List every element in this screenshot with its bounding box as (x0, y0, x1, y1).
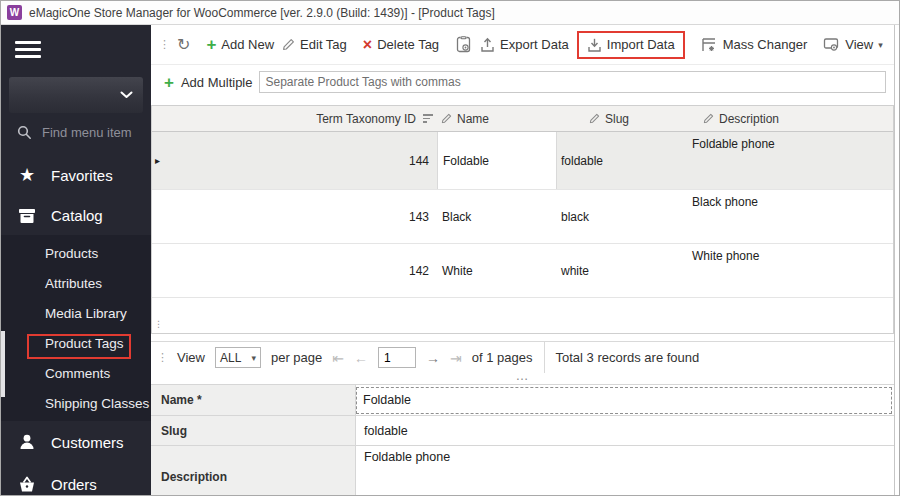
search-icon (17, 125, 32, 140)
cell-term-taxonomy-id[interactable]: 143 (166, 190, 437, 243)
description-field-label: Description (151, 446, 356, 496)
app-logo-icon: W (7, 5, 22, 20)
cell-description[interactable]: Black phone (667, 190, 893, 243)
sidebar-item-label: Catalog (51, 207, 103, 224)
grid-header: Term Taxonomy ID Name Slug (152, 106, 893, 132)
cell-term-taxonomy-id[interactable]: 144 (166, 132, 437, 189)
sidebar-item-orders[interactable]: Orders (1, 463, 151, 496)
refresh-icon: ↻ (177, 37, 190, 53)
sidebar-item-media-library[interactable]: Media Library (1, 298, 151, 328)
basket-icon (17, 476, 37, 493)
add-multiple-row: + Add Multiple (151, 65, 894, 99)
clipboard-eye-icon (455, 36, 472, 53)
panel-splitter-handle[interactable]: … (151, 373, 894, 384)
add-multiple-input[interactable] (259, 71, 886, 93)
prev-page-button[interactable]: ← (354, 351, 368, 365)
row-indicator (152, 244, 166, 297)
detail-row-name: Name * (151, 384, 894, 415)
app-window: W eMagicOne Store Manager for WooCommerc… (0, 0, 900, 496)
column-header-name[interactable]: Name (437, 106, 557, 131)
name-field-input[interactable] (356, 387, 892, 414)
column-header-description[interactable]: Description (667, 106, 893, 131)
sidebar-item-label: Customers (51, 434, 124, 451)
table-row[interactable]: 142 White white White phone (152, 244, 893, 298)
name-field-label: Name * (151, 385, 356, 415)
catalog-submenu: Products Attributes Media Library Produc… (1, 235, 151, 421)
sidebar-item-catalog[interactable]: Catalog (1, 195, 151, 235)
sort-icon (423, 114, 433, 123)
cell-name[interactable]: Foldable (437, 132, 557, 189)
sidebar-item-favorites[interactable]: ★ Favorites (1, 155, 151, 195)
pencil-icon (282, 38, 295, 51)
table-row[interactable]: ▸ 144 Foldable foldable Foldable phone (152, 132, 893, 190)
add-new-button[interactable]: + Add New (206, 36, 274, 53)
next-page-button[interactable]: → (426, 351, 440, 365)
last-page-button[interactable]: ⇥ (450, 351, 462, 365)
annotation-highlight-import-data: Import Data (577, 31, 685, 59)
sidebar-item-customers[interactable]: Customers (1, 421, 151, 463)
slug-field-label: Slug (151, 416, 356, 445)
page-number-input[interactable] (378, 347, 416, 368)
pager-separator (544, 342, 545, 373)
table-row[interactable]: 143 Black black Black phone (152, 190, 893, 244)
export-data-button[interactable]: Export Data (480, 37, 569, 53)
cell-term-taxonomy-id[interactable]: 142 (166, 244, 437, 297)
refresh-button[interactable]: ↻ (177, 37, 190, 53)
sidebar-item-label: Favorites (51, 167, 113, 184)
caret-down-icon: ▾ (251, 353, 256, 363)
hamburger-menu-icon[interactable] (15, 41, 41, 61)
plus-icon: + (206, 36, 216, 53)
sidebar-item-shipping-classes[interactable]: Shipping Classes (1, 388, 151, 418)
toolbar: ⋮ ↻ + Add New Edit Tag × Delete Tag (151, 25, 894, 65)
column-header-slug[interactable]: Slug (557, 106, 667, 131)
delete-tag-button[interactable]: × Delete Tag (363, 37, 439, 53)
import-tray-icon (587, 37, 602, 53)
per-page-label: per page (271, 350, 322, 365)
cell-slug[interactable]: white (557, 244, 667, 297)
pencil-icon (703, 113, 714, 124)
selected-row-marker-icon: ▸ (152, 132, 166, 189)
pager-drag-handle[interactable]: ⋮ (157, 351, 167, 364)
slug-field-value[interactable]: foldable (356, 424, 408, 438)
mass-changer-button[interactable]: Mass Changer (701, 37, 808, 53)
search-input[interactable] (42, 125, 142, 140)
detail-row-description: Description Foldable phone (151, 445, 894, 496)
view-button[interactable]: View ▾ (823, 37, 882, 52)
delete-x-icon: × (363, 37, 372, 53)
tag-detail-panel: … Name * Slug foldable Description Folda… (151, 373, 894, 496)
caret-down-icon: ▾ (878, 40, 883, 50)
cell-description[interactable]: White phone (667, 244, 893, 297)
per-page-select[interactable]: ALL ▾ (215, 347, 261, 368)
pencil-icon (441, 113, 452, 124)
panel-right-border (894, 25, 895, 496)
cell-description[interactable]: Foldable phone (667, 132, 893, 189)
cell-name[interactable]: Black (437, 190, 557, 243)
row-indicator (152, 190, 166, 243)
store-selector[interactable] (9, 77, 143, 113)
column-header-term-taxonomy-id[interactable]: Term Taxonomy ID (166, 106, 437, 131)
pages-count-label: of 1 pages (472, 350, 533, 365)
total-records-label: Total 3 records are found (555, 350, 699, 365)
sidebar-item-product-tags[interactable]: Product Tags (1, 328, 151, 358)
title-bar: W eMagicOne Store Manager for WooCommerc… (1, 1, 900, 25)
preview-button[interactable] (455, 36, 472, 53)
edit-tag-button[interactable]: Edit Tag (282, 37, 347, 52)
main-panel: ⋮ ↻ + Add New Edit Tag × Delete Tag (151, 25, 894, 496)
export-tray-icon (480, 37, 495, 53)
sidebar-item-products[interactable]: Products (1, 238, 151, 268)
sidebar-item-attributes[interactable]: Attributes (1, 268, 151, 298)
cell-slug[interactable]: foldable (557, 132, 667, 189)
description-field-value[interactable]: Foldable phone (356, 450, 450, 464)
view-label: View (177, 350, 205, 365)
detail-row-slug: Slug foldable (151, 415, 894, 445)
window-title: eMagicOne Store Manager for WooCommerce … (29, 6, 495, 20)
grid-scroll-handle[interactable]: ⋮ (154, 320, 163, 329)
sidebar-item-comments[interactable]: Comments (1, 358, 151, 388)
mass-changer-icon (701, 37, 718, 53)
import-data-button[interactable]: Import Data (587, 37, 675, 53)
toolbar-drag-handle[interactable]: ⋮ (159, 38, 169, 51)
cell-slug[interactable]: black (557, 190, 667, 243)
first-page-button[interactable]: ⇤ (332, 351, 344, 365)
cell-name[interactable]: White (437, 244, 557, 297)
sidebar-scrollbar-thumb[interactable] (1, 331, 5, 397)
